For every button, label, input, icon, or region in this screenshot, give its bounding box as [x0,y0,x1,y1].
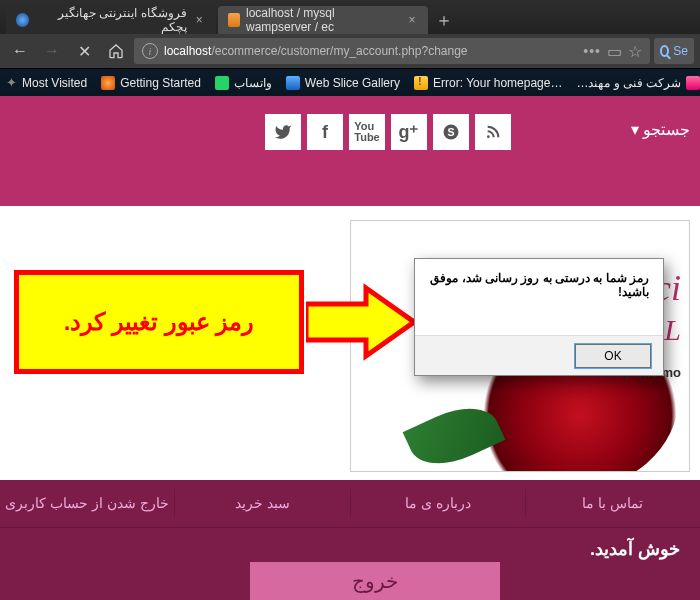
home-button[interactable] [102,37,130,65]
bookmark-most-visited[interactable]: ✦Most Visited [6,75,87,90]
facebook-icon[interactable]: f [307,114,343,150]
new-tab-button[interactable]: ＋ [430,6,458,34]
welcome-text: خوش آمدید. [590,538,680,560]
search-placeholder: Se [673,44,688,58]
whatsapp-icon [215,76,229,90]
annotation-text: رمز عبور تغییر کرد. [64,308,255,336]
social-row: f YouTube g⁺ S [265,114,511,150]
globe-icon [16,13,29,27]
alert-dialog: رمز شما به درستی به روز رسانی شد، موفق ب… [414,258,664,376]
skype-icon[interactable]: S [433,114,469,150]
reader-icon[interactable]: ▭ [607,42,622,61]
logout-button[interactable]: خروج [250,562,500,600]
svg-point-2 [487,135,490,138]
tab-store[interactable]: فروشگاه اینترنتی جهانگیر پچکم × [6,6,216,34]
phpmyadmin-icon [228,13,240,27]
footer-nav: تماس با ما درباره ی ما سبد خرید خارج شدن… [0,480,700,600]
page-action-icon[interactable]: ••• [583,43,601,59]
nav-row: تماس با ما درباره ی ما سبد خرید خارج شدن… [0,480,700,528]
bookmark-whatsapp[interactable]: واتساب [215,76,272,90]
forward-button[interactable]: → [38,37,66,65]
tab-title: فروشگاه اینترنتی جهانگیر پچکم [35,6,186,34]
site-header: f YouTube g⁺ S جستجو ▾ [0,96,700,206]
youtube-icon[interactable]: YouTube [349,114,385,150]
info-icon[interactable]: i [142,43,158,59]
address-bar: ← → ✕ i localhost/ecommerce/customer/my_… [0,34,700,68]
url-text: localhost/ecommerce/customer/my_account.… [164,44,577,58]
svg-text:S: S [447,126,454,138]
warning-icon [414,76,428,90]
bookmark-error-page[interactable]: Error: Your homepage… [414,76,562,90]
nav-logout-account[interactable]: خارج شدن از حساب کاربری [0,489,174,518]
bookmark-star-icon[interactable]: ☆ [628,42,642,61]
chevron-down-icon: ▾ [631,121,639,138]
bookmark-web-slice[interactable]: Web Slice Gallery [286,76,400,90]
tab-bar: فروشگاه اینترنتی جهانگیر پچکم × localhos… [0,0,700,34]
alert-button-row: OK [415,335,663,375]
rss-icon[interactable] [475,114,511,150]
bookmarks-bar: ✦Most Visited Getting Started واتساب Web… [0,68,700,96]
reload-button[interactable]: ✕ [70,37,98,65]
nav-about[interactable]: درباره ی ما [350,489,525,518]
ie-icon [286,76,300,90]
nav-contact[interactable]: تماس با ما [525,489,700,518]
twitter-icon[interactable] [265,114,301,150]
back-button[interactable]: ← [6,37,34,65]
close-icon[interactable]: × [406,13,418,27]
tab-title: localhost / mysql wampserver / ec [246,6,400,34]
search-box[interactable]: Se [654,38,694,64]
url-input[interactable]: i localhost/ecommerce/customer/my_accoun… [134,38,650,64]
annotation-callout: رمز عبور تغییر کرد. [14,270,304,374]
bookmark-getting-started[interactable]: Getting Started [101,76,201,90]
close-icon[interactable]: × [193,13,206,27]
search-toggle[interactable]: جستجو ▾ [631,120,690,139]
ok-button[interactable]: OK [575,344,651,368]
search-icon [660,45,669,57]
bookmark-company[interactable]: شرکت فنی و مهند… [576,76,700,90]
googleplus-icon[interactable]: g⁺ [391,114,427,150]
nav-cart[interactable]: سبد خرید [174,489,349,518]
firefox-icon [101,76,115,90]
star-icon: ✦ [6,75,17,90]
wamp-icon [686,76,700,90]
alert-message: رمز شما به درستی به روز رسانی شد، موفق ب… [415,259,663,335]
tab-localhost[interactable]: localhost / mysql wampserver / ec × [218,6,428,34]
